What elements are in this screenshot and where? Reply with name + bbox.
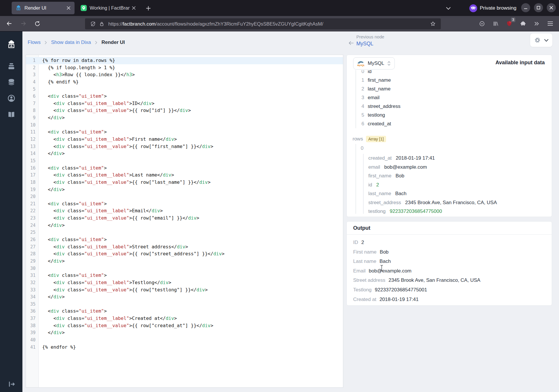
tab-working-factbranch[interactable]: Working | FactBranch	[77, 2, 140, 14]
flows-stack-icon[interactable]	[6, 61, 16, 71]
code-line[interactable]: 24 </div>	[26, 222, 343, 229]
lock-icon[interactable]	[97, 20, 106, 28]
code-line[interactable]: 21 <div class="ui_item">	[26, 200, 343, 208]
code-line[interactable]: 30	[26, 265, 343, 272]
code-line[interactable]: 26 <div class="ui_item">	[26, 236, 343, 243]
code-line[interactable]: 20	[26, 193, 343, 200]
row-field[interactable]: street_address2345 Brook Ave, San Franci…	[368, 199, 497, 206]
code-text: <div class="ui_item__label">Last name</d…	[39, 172, 174, 179]
row-index-label: 0	[361, 145, 363, 152]
code-line[interactable]: 33 <div class="ui_item__value">{{ row["t…	[26, 286, 343, 294]
forward-button[interactable]	[18, 18, 29, 29]
minimize-button[interactable]	[521, 3, 530, 12]
rows-node[interactable]: rowsArray [1]	[353, 135, 386, 143]
code-line[interactable]: 32 <div class="ui_item__label">Testlong<…	[26, 279, 343, 286]
overflow-menu-icon[interactable]	[531, 18, 542, 29]
reload-button[interactable]	[32, 18, 43, 29]
column-item[interactable]: 5testlong	[360, 111, 385, 119]
code-line[interactable]: 12 <div class="ui_item__label">First nam…	[26, 136, 343, 143]
code-line[interactable]: 9 </div>	[26, 114, 343, 122]
code-line[interactable]: 3 <h3>Row {{ loop.index }}</h3>	[26, 71, 343, 79]
breadcrumb-flow-link[interactable]: Show data in Dixa	[51, 40, 91, 45]
column-item[interactable]: 0id	[360, 70, 372, 75]
tracking-protection-icon[interactable]	[89, 20, 97, 28]
back-button[interactable]	[4, 18, 15, 29]
tab-close-icon[interactable]	[130, 4, 137, 12]
row-field[interactable]: emailbob@example.com	[368, 163, 427, 171]
extension-icon[interactable]	[518, 18, 528, 29]
tab-render-ui[interactable]: Render UI	[12, 2, 75, 14]
row-field[interactable]: first_nameBob	[368, 172, 404, 180]
code-line[interactable]: 23 <div class="ui_item__value">{{ row["e…	[26, 215, 343, 222]
code-line[interactable]: 16 <div class="ui_item">	[26, 165, 343, 172]
code-line[interactable]: 7 <div class="ui_item__label">ID</div>	[26, 100, 343, 107]
row-index-node[interactable]: 0	[361, 145, 367, 152]
maximize-button[interactable]	[534, 3, 543, 12]
docs-book-icon[interactable]	[6, 110, 16, 120]
input-node-selector[interactable]: MySQL MySQL	[353, 57, 395, 70]
adblock-shield-icon[interactable]: 3	[504, 18, 514, 29]
code-line[interactable]: 34 </div>	[26, 293, 343, 301]
window-controls	[521, 3, 556, 12]
code-line[interactable]: 35	[26, 301, 343, 308]
code-line[interactable]: 1{% for row in data.rows %}	[26, 57, 343, 64]
breadcrumb-flows-link[interactable]: Flows	[28, 40, 40, 45]
code-line[interactable]: 38 <div class="ui_item__value">{{ row["c…	[26, 322, 343, 329]
code-line[interactable]: 41{% endfor %}	[26, 344, 343, 351]
previous-node-back-icon[interactable]	[347, 39, 355, 47]
code-text	[39, 86, 42, 93]
new-tab-button[interactable]	[144, 4, 153, 13]
pocket-icon[interactable]	[477, 18, 487, 29]
code-text: <div class="ui_item">	[39, 129, 107, 136]
code-line[interactable]: 10	[26, 122, 343, 129]
template-code-editor[interactable]: 1{% for row in data.rows %}2 {% if loop.…	[26, 55, 343, 388]
code-line[interactable]: 8 <div class="ui_item__value">{{ row["id…	[26, 107, 343, 114]
column-item[interactable]: 4street_address	[360, 103, 400, 110]
column-item[interactable]: 2last_name	[360, 85, 390, 93]
code-line[interactable]: 11 <div class="ui_item">	[26, 129, 343, 136]
code-line[interactable]: 31 <div class="ui_item">	[26, 272, 343, 279]
factbranch-logo-icon[interactable]	[6, 40, 16, 49]
code-line[interactable]: 27 <div class="ui_item__label">Street ad…	[26, 243, 343, 251]
code-line[interactable]: 4 {% endif %}	[26, 79, 343, 86]
code-line[interactable]: 18 <div class="ui_item__value">{{ row["l…	[26, 179, 343, 186]
bookmark-star-icon[interactable]	[429, 20, 437, 28]
column-item[interactable]: 6created_at	[360, 120, 391, 128]
text-cursor	[380, 265, 383, 273]
url-bar[interactable]: https://factbranch.com/account/flows/nod…	[85, 18, 441, 29]
row-field[interactable]: id2	[368, 181, 379, 189]
code-line[interactable]: 29 </div>	[26, 258, 343, 265]
code-line[interactable]: 19 </div>	[26, 186, 343, 193]
line-number: 2	[26, 64, 39, 72]
code-line[interactable]: 15	[26, 157, 343, 165]
list-all-tabs-button[interactable]	[444, 4, 453, 13]
code-line[interactable]: 5	[26, 86, 343, 93]
code-line[interactable]: 36 <div class="ui_item">	[26, 308, 343, 315]
column-item[interactable]: 3email	[360, 94, 380, 101]
code-line[interactable]: 22 <div class="ui_item__label">Email</di…	[26, 207, 343, 215]
code-line[interactable]: 14 </div>	[26, 150, 343, 157]
hamburger-menu-icon[interactable]	[545, 18, 556, 29]
code-line[interactable]: 6 <div class="ui_item">	[26, 93, 343, 100]
row-field[interactable]: last_nameBach	[368, 190, 406, 197]
code-line[interactable]: 17 <div class="ui_item__label">Last name…	[26, 172, 343, 179]
logout-icon[interactable]	[6, 379, 16, 389]
code-line[interactable]: 37 <div class="ui_item__label">Created a…	[26, 315, 343, 322]
code-line[interactable]: 40	[26, 336, 343, 344]
line-number: 21	[26, 200, 39, 208]
row-field[interactable]: created_at2018-01-19 17:41	[368, 154, 435, 162]
tab-close-icon[interactable]	[65, 4, 72, 12]
database-icon[interactable]	[6, 77, 16, 87]
code-line[interactable]: 2 {% if loop.length > 1 %}	[26, 64, 343, 72]
code-line[interactable]: 25	[26, 229, 343, 236]
code-line[interactable]: 13 <div class="ui_item__value">{{ row["f…	[26, 143, 343, 150]
previous-node-link[interactable]: MySQL	[356, 41, 373, 47]
library-icon[interactable]	[490, 18, 501, 29]
node-settings-button[interactable]	[530, 33, 553, 47]
code-line[interactable]: 28 <div class="ui_item__value">{{ row["s…	[26, 250, 343, 258]
column-item[interactable]: 1first_name	[360, 76, 391, 84]
close-window-button[interactable]	[547, 3, 556, 12]
row-field[interactable]: testlong9223372036854775000	[368, 208, 442, 214]
account-person-icon[interactable]	[6, 93, 16, 103]
code-line[interactable]: 39 </div>	[26, 329, 343, 336]
